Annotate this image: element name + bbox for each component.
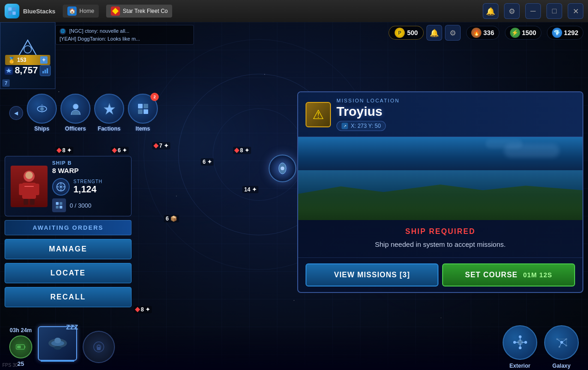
items-icon: 2 (128, 94, 158, 124)
svg-marker-16 (104, 103, 115, 114)
map-num-2: 6 ✦ (111, 147, 129, 154)
game-tab-icon (111, 6, 120, 16)
nav-officers[interactable]: Officers (60, 94, 90, 132)
left-panel: SHIP B 8 WARP (5, 156, 132, 311)
nav-items[interactable]: 2 Items (128, 94, 158, 132)
rank-chart-icon[interactable] (40, 65, 51, 76)
ship-slot-wrapper: ZZZ DRYDOCK C (38, 326, 77, 368)
mission-coords[interactable]: ↗ X: 273 Y: 50 (336, 121, 386, 131)
player-card: 8,757 🥇 153 + 7 (0, 22, 55, 89)
ship-required-text: Ship needed in system to accept missions… (307, 239, 573, 250)
close-button[interactable]: ✕ (568, 3, 583, 19)
ship-required-section: SHIP REQUIRED Ship needed in system to a… (298, 220, 582, 257)
items-badge: 2 (150, 93, 159, 101)
capacity-icon (52, 198, 66, 212)
svg-rect-36 (56, 202, 59, 205)
map-num-6: 14 ✦ (242, 186, 258, 193)
map-num-1: 8 ✦ (55, 147, 73, 154)
copper-count: 336 (483, 29, 494, 36)
timer-text: 03h 24m (10, 327, 32, 334)
coins-display[interactable]: P 500 (389, 26, 424, 40)
factions-icon (94, 94, 124, 124)
svg-rect-10 (45, 70, 46, 73)
mission-subtitle: MISSION LOCATION (336, 98, 575, 103)
green-icon: ⚡ (510, 28, 520, 38)
center-ship[interactable] (269, 155, 296, 182)
minimize-button[interactable]: ─ (525, 3, 541, 19)
blue-icon: 💎 (552, 28, 562, 38)
svg-line-66 (562, 342, 566, 346)
svg-line-65 (562, 339, 566, 342)
ship-required-title: SHIP REQUIRED (307, 227, 573, 236)
galaxy-icon (544, 325, 579, 360)
fps-counter: FPS 30 (2, 363, 18, 368)
mission-panel: ⚠ MISSION LOCATION Troyius ↗ X: 273 Y: 5… (297, 91, 583, 293)
svg-rect-11 (47, 68, 48, 73)
notification-bell[interactable]: 🔔 (483, 3, 498, 19)
bottom-dock: 03h 24m 25 ZZZ (0, 324, 588, 370)
game-tab-label: Star Trek Fleet Co (123, 8, 168, 14)
exterior-button[interactable]: Exterior (503, 325, 537, 369)
set-course-label: SET COURSE (465, 271, 517, 279)
locate-button[interactable]: LOCATE (5, 263, 132, 283)
svg-point-6 (281, 167, 284, 170)
ship-slot-bar (41, 360, 74, 362)
svg-rect-1 (12, 7, 16, 11)
svg-point-15 (73, 104, 78, 109)
officers-icon (60, 94, 90, 124)
galaxy-button[interactable]: Galaxy (544, 325, 579, 369)
bluestacks-title: BlueStacks (23, 8, 55, 15)
settings-button[interactable]: ⚙ (504, 3, 520, 19)
svg-rect-38 (56, 206, 59, 209)
strength-row: STRENGTH 1,124 (52, 178, 126, 196)
view-missions-button[interactable]: VIEW MISSIONS [3] (306, 263, 438, 286)
items-label: Items (136, 125, 150, 132)
svg-marker-7 (18, 40, 37, 56)
recall-button[interactable]: RECALL (5, 287, 132, 307)
copper-icon: 🔥 (471, 28, 481, 38)
nav-factions[interactable]: Factions (94, 94, 124, 132)
set-course-button[interactable]: SET COURSE 01m 12s (442, 263, 575, 286)
chat-panel: 🌐 [NGC] ctony: nouvelle all... [YEAH] Do… (55, 25, 194, 45)
home-tab[interactable]: 🏠 Home (63, 5, 99, 18)
map-num-3: 7 ✦ (152, 142, 170, 149)
blue-count: 1292 (564, 29, 578, 36)
game-area: 8 ✦ 6 ✦ 7 ✦ 8 ✦ 6 ✦ 14 ✦ 6 📦 8 ✦ 8,757 (0, 22, 588, 370)
gold-plus-button[interactable]: + (40, 56, 48, 64)
map-num-5: 6 ✦ (201, 158, 214, 166)
svg-marker-4 (112, 8, 119, 14)
svg-rect-17 (138, 104, 143, 108)
manage-button[interactable]: MANAGE (5, 239, 132, 259)
game-tab[interactable]: Star Trek Fleet Co (106, 5, 172, 18)
mission-title-area: MISSION LOCATION Troyius ↗ X: 273 Y: 50 (336, 98, 575, 131)
sleep-indicator: ZZZ (66, 323, 78, 331)
svg-rect-45 (54, 338, 61, 343)
settings-gear-icon[interactable]: ⚙ (445, 25, 461, 41)
ship-warp: 8 WARP (52, 167, 126, 174)
svg-point-51 (519, 335, 522, 338)
bell-icon[interactable]: 🔔 (426, 25, 442, 41)
bluestacks-topbar: BlueStacks 🏠 Home Star Trek Fleet Co 🔔 ⚙… (0, 0, 588, 22)
svg-rect-41 (17, 346, 21, 348)
drydock-empty-slot[interactable] (83, 331, 115, 363)
map-num-7: 6 📦 (164, 215, 179, 222)
nav-ships[interactable]: Ships (27, 94, 57, 132)
svg-point-52 (519, 346, 522, 349)
home-tab-icon: 🏠 (67, 6, 77, 16)
cloud-2 (486, 139, 522, 149)
svg-rect-2 (8, 12, 12, 15)
exterior-icon (503, 325, 537, 360)
awaiting-label: AWAITING ORDERS (5, 220, 132, 235)
svg-rect-20 (144, 109, 148, 114)
gold-bar: 🥇 153 + (5, 55, 50, 65)
svg-rect-25 (24, 199, 28, 205)
maximize-button[interactable]: □ (546, 3, 562, 19)
nav-back-button[interactable]: ◄ (9, 106, 23, 120)
landscape-cliffs (298, 183, 582, 220)
capacity-row: 0 / 3000 (52, 198, 126, 212)
svg-point-27 (25, 172, 33, 179)
svg-rect-9 (42, 71, 44, 73)
chat-globe-icon: 🌐 (60, 28, 66, 35)
chat-line-2: [YEAH] DoggTanion: Looks like m... (60, 35, 190, 43)
active-ship-slot[interactable]: ZZZ (38, 326, 77, 361)
